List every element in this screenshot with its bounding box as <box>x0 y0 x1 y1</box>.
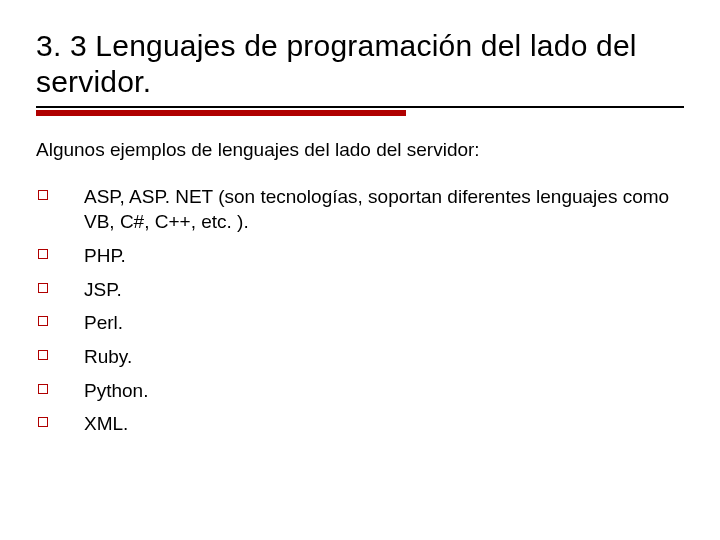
list-item: Python. <box>36 378 684 404</box>
list-item: Ruby. <box>36 344 684 370</box>
list-item-text: JSP. <box>84 277 684 303</box>
slide: 3. 3 Lenguajes de programación del lado … <box>0 0 720 540</box>
list-item: ASP, ASP. NET (son tecnologías, soportan… <box>36 184 684 235</box>
square-bullet-icon <box>38 283 48 293</box>
list-item-text: XML. <box>84 411 684 437</box>
list-item-text: ASP, ASP. NET (son tecnologías, soportan… <box>84 184 684 235</box>
title-underline <box>36 106 684 116</box>
list-item-text: Ruby. <box>84 344 684 370</box>
list-item: PHP. <box>36 243 684 269</box>
square-bullet-icon <box>38 350 48 360</box>
slide-title: 3. 3 Lenguajes de programación del lado … <box>36 28 684 100</box>
underline-thin <box>36 106 684 108</box>
underline-thick <box>36 110 406 116</box>
list-item: XML. <box>36 411 684 437</box>
intro-text: Algunos ejemplos de lenguajes del lado d… <box>36 138 684 162</box>
list-item: Perl. <box>36 310 684 336</box>
list-item-text: Python. <box>84 378 684 404</box>
square-bullet-icon <box>38 417 48 427</box>
list-item: JSP. <box>36 277 684 303</box>
square-bullet-icon <box>38 384 48 394</box>
square-bullet-icon <box>38 249 48 259</box>
language-list: ASP, ASP. NET (son tecnologías, soportan… <box>36 184 684 437</box>
list-item-text: PHP. <box>84 243 684 269</box>
list-item-text: Perl. <box>84 310 684 336</box>
square-bullet-icon <box>38 316 48 326</box>
square-bullet-icon <box>38 190 48 200</box>
